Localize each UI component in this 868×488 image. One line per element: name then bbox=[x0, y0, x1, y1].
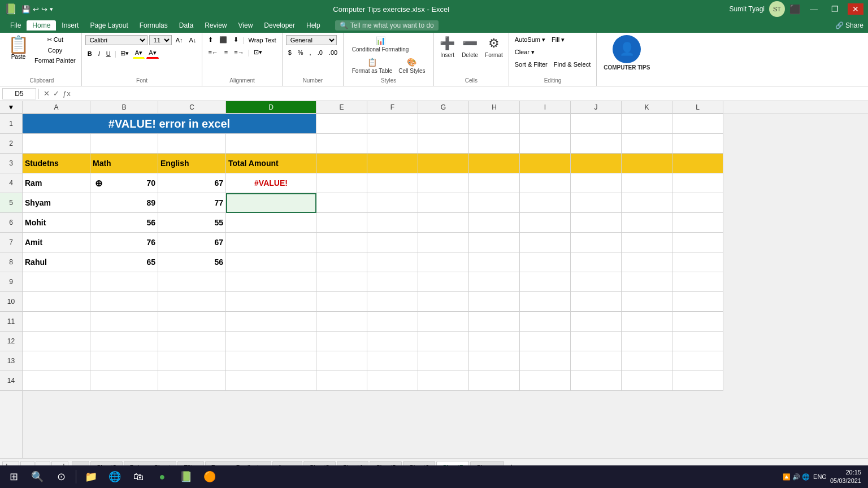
cell-l14[interactable] bbox=[672, 371, 723, 391]
row-num-2[interactable]: 2 bbox=[0, 134, 22, 154]
cell-h9[interactable] bbox=[469, 272, 520, 292]
cell-b14[interactable] bbox=[90, 371, 158, 391]
conditional-formatting-button[interactable]: 📊 Conditional Formatting bbox=[350, 35, 411, 54]
col-header-f[interactable]: F bbox=[367, 101, 418, 114]
cell-d7[interactable] bbox=[226, 233, 316, 252]
decrease-decimal-button[interactable]: .00 bbox=[327, 48, 340, 57]
cell-b5[interactable]: 89 bbox=[90, 193, 158, 213]
cell-l8[interactable] bbox=[672, 252, 723, 272]
chrome-button[interactable]: ● bbox=[151, 467, 173, 487]
tab-file[interactable]: File bbox=[5, 20, 27, 30]
cell-a4[interactable]: Ram bbox=[23, 173, 90, 193]
cell-i12[interactable] bbox=[520, 332, 571, 351]
bold-button[interactable]: B bbox=[85, 49, 94, 58]
cell-i6[interactable] bbox=[520, 213, 571, 233]
cell-i9[interactable] bbox=[520, 272, 571, 292]
insert-cells-button[interactable]: ➕ Insert bbox=[437, 35, 457, 59]
cell-e5[interactable] bbox=[316, 193, 367, 213]
increase-font-button[interactable]: A↑ bbox=[173, 36, 185, 45]
cell-styles-button[interactable]: 🎨 Cell Styles bbox=[396, 56, 427, 75]
store-button[interactable]: 🛍 bbox=[127, 467, 150, 487]
cell-l3[interactable] bbox=[672, 154, 723, 173]
col-header-e[interactable]: E bbox=[316, 101, 367, 114]
cell-a13[interactable] bbox=[23, 351, 90, 371]
quick-access-undo[interactable]: ↩ bbox=[33, 5, 39, 14]
restore-button[interactable]: ❐ bbox=[827, 3, 843, 15]
underline-button[interactable]: U bbox=[104, 49, 113, 58]
cell-k2[interactable] bbox=[622, 134, 672, 154]
tab-data[interactable]: Data bbox=[173, 20, 199, 30]
cell-c11[interactable] bbox=[158, 312, 226, 332]
col-header-b[interactable]: B bbox=[90, 101, 158, 114]
cell-g7[interactable] bbox=[418, 233, 469, 252]
cell-e13[interactable] bbox=[316, 351, 367, 371]
cell-c6[interactable]: 55 bbox=[158, 213, 226, 233]
row-num-7[interactable]: 7 bbox=[0, 233, 22, 252]
cell-f4[interactable] bbox=[367, 173, 418, 193]
cell-e6[interactable] bbox=[316, 213, 367, 233]
cell-d12[interactable] bbox=[226, 332, 316, 351]
cell-b10[interactable] bbox=[90, 292, 158, 312]
cell-j14[interactable] bbox=[571, 371, 622, 391]
cell-l10[interactable] bbox=[672, 292, 723, 312]
cell-a3[interactable]: Studetns bbox=[23, 154, 90, 173]
edge-button[interactable]: 🌐 bbox=[103, 467, 126, 487]
ribbon-display-options-icon[interactable]: ⬛ bbox=[789, 4, 801, 15]
cell-k14[interactable] bbox=[622, 371, 672, 391]
cell-e3[interactable] bbox=[316, 154, 367, 173]
excel-taskbar-button[interactable]: 📗 bbox=[175, 467, 197, 487]
cell-g9[interactable] bbox=[418, 272, 469, 292]
clear-button[interactable]: Clear ▾ bbox=[513, 47, 537, 57]
cell-e8[interactable] bbox=[316, 252, 367, 272]
cell-l1[interactable] bbox=[672, 114, 723, 134]
delete-cells-button[interactable]: ➖ Delete bbox=[459, 35, 480, 59]
cell-d11[interactable] bbox=[226, 312, 316, 332]
cell-k1[interactable] bbox=[622, 114, 672, 134]
cell-i5[interactable] bbox=[520, 193, 571, 213]
cell-i8[interactable] bbox=[520, 252, 571, 272]
col-header-g[interactable]: G bbox=[418, 101, 469, 114]
cell-d3[interactable]: Total Amount bbox=[226, 154, 316, 173]
cell-g8[interactable] bbox=[418, 252, 469, 272]
cell-k9[interactable] bbox=[622, 272, 672, 292]
cell-e11[interactable] bbox=[316, 312, 367, 332]
cell-i2[interactable] bbox=[520, 134, 571, 154]
col-header-j[interactable]: J bbox=[571, 101, 622, 114]
cell-g14[interactable] bbox=[418, 371, 469, 391]
cell-b4[interactable]: ⊕ 70 bbox=[90, 173, 158, 193]
cell-a9[interactable] bbox=[23, 272, 90, 292]
tab-view[interactable]: View bbox=[233, 20, 259, 30]
formula-cancel-icon[interactable]: ✕ bbox=[44, 89, 50, 98]
cell-j6[interactable] bbox=[571, 213, 622, 233]
cell-h7[interactable] bbox=[469, 233, 520, 252]
cell-h1[interactable] bbox=[469, 114, 520, 134]
cell-f14[interactable] bbox=[367, 371, 418, 391]
cell-e12[interactable] bbox=[316, 332, 367, 351]
cell-c9[interactable] bbox=[158, 272, 226, 292]
cell-l7[interactable] bbox=[672, 233, 723, 252]
align-right-button[interactable]: ≡→ bbox=[232, 48, 246, 57]
file-explorer-button[interactable]: 📁 bbox=[80, 467, 102, 487]
close-button[interactable]: ✕ bbox=[848, 3, 863, 15]
decrease-font-button[interactable]: A↓ bbox=[187, 36, 199, 45]
cell-h4[interactable] bbox=[469, 173, 520, 193]
cell-k4[interactable] bbox=[622, 173, 672, 193]
row-num-14[interactable]: 14 bbox=[0, 371, 22, 391]
cell-j11[interactable] bbox=[571, 312, 622, 332]
cell-i7[interactable] bbox=[520, 233, 571, 252]
cell-k7[interactable] bbox=[622, 233, 672, 252]
cell-f5[interactable] bbox=[367, 193, 418, 213]
row-num-13[interactable]: 13 bbox=[0, 351, 22, 371]
format-painter-button[interactable]: Format Painter bbox=[32, 56, 78, 65]
cell-l13[interactable] bbox=[672, 351, 723, 371]
align-middle-button[interactable]: ⬛ bbox=[217, 35, 229, 45]
cell-a5[interactable]: Shyam bbox=[23, 193, 90, 213]
cell-d5[interactable] bbox=[226, 193, 316, 213]
align-center-button[interactable]: ≡ bbox=[222, 48, 230, 57]
fill-color-button[interactable]: A▾ bbox=[133, 48, 145, 59]
search-taskbar-button[interactable]: 🔍 bbox=[26, 467, 49, 487]
cell-j10[interactable] bbox=[571, 292, 622, 312]
cell-h6[interactable] bbox=[469, 213, 520, 233]
cell-b12[interactable] bbox=[90, 332, 158, 351]
task-view-button[interactable]: ⊙ bbox=[50, 467, 72, 487]
